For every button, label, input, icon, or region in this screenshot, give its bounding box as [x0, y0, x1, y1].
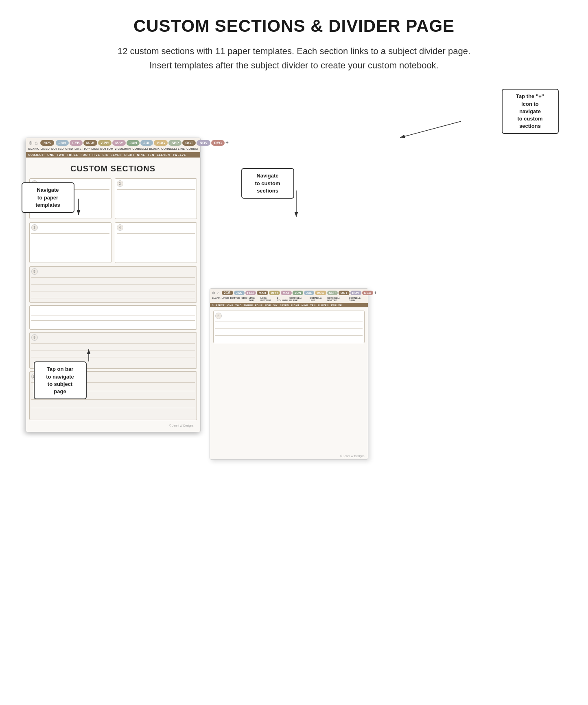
- paper-dotted[interactable]: DOTTED: [51, 147, 64, 150]
- subject-eleven-r[interactable]: ELEVEN: [318, 304, 329, 307]
- plus-icon[interactable]: +: [225, 140, 229, 146]
- tab-sep-right[interactable]: SEP: [327, 291, 338, 295]
- tab-jun-right[interactable]: JUN: [293, 291, 303, 295]
- subject-three[interactable]: THREE: [67, 153, 78, 156]
- section-num-5: 5: [31, 268, 38, 275]
- subject-one-r[interactable]: ONE: [227, 304, 234, 307]
- paper-grid[interactable]: GRID: [66, 147, 73, 150]
- subject-six-r[interactable]: SIX: [273, 304, 278, 307]
- paper-lined[interactable]: LINED: [41, 147, 50, 150]
- tab-may[interactable]: MAY: [112, 140, 126, 146]
- svg-line-2: [400, 121, 461, 138]
- paper-cornell-line[interactable]: CORNELL: LINE: [161, 147, 185, 150]
- year-tab-right[interactable]: 2025: [222, 291, 233, 295]
- paper-cornell-dotted-r[interactable]: CORNELL: DOTTED: [327, 297, 348, 302]
- subject-five-r[interactable]: FIVE: [265, 304, 271, 307]
- subject-eight[interactable]: EIGHT: [124, 153, 134, 156]
- paper-grid-r[interactable]: GRID: [241, 297, 247, 302]
- paper-dotted-r[interactable]: DOTTED: [230, 297, 240, 302]
- paper-2col[interactable]: 2 COLUMN: [115, 147, 131, 150]
- close-icon[interactable]: ⊗: [28, 140, 33, 146]
- tab-feb-right[interactable]: FEB: [245, 291, 256, 295]
- tab-aug-right[interactable]: AUG: [315, 291, 326, 295]
- subject-six[interactable]: SIX: [103, 153, 108, 156]
- tab-dec-right[interactable]: DEC: [362, 291, 373, 295]
- tab-nov-right[interactable]: NOV: [350, 291, 361, 295]
- tab-apr[interactable]: APR: [98, 140, 111, 146]
- subtitle: 12 custom sections with 11 paper templat…: [118, 44, 470, 72]
- paper-cornell-grid-r[interactable]: CORNELL: GRID: [349, 297, 366, 302]
- subject-eight-r[interactable]: EIGHT: [291, 304, 299, 307]
- subject-eleven[interactable]: ELEVEN: [157, 153, 170, 156]
- subject-twelve[interactable]: TWELVE: [173, 153, 186, 156]
- tab-mar-right[interactable]: MAR: [257, 291, 268, 295]
- tab-jan[interactable]: JAN: [56, 140, 69, 146]
- subject-two-r[interactable]: TWO: [235, 304, 242, 307]
- tab-jan-right[interactable]: JAN: [234, 291, 245, 295]
- tab-jul[interactable]: JUL: [140, 140, 153, 146]
- paper-blank[interactable]: BLANK: [28, 147, 39, 150]
- paper-line-bottom[interactable]: LINE: BOTTOM: [91, 147, 113, 150]
- paper-type-bar-left: BLANK LINED DOTTED GRID LINE: TOP LINE: …: [28, 147, 198, 150]
- subject-four-r[interactable]: FOUR: [255, 304, 263, 307]
- section-grid-3-4: 3 4: [29, 222, 197, 263]
- subject-ten[interactable]: TEN: [148, 153, 154, 156]
- section-box-5: 5: [29, 266, 197, 303]
- tab-dec[interactable]: DEC: [211, 140, 225, 146]
- subject-nine-r[interactable]: NINE: [302, 304, 308, 307]
- subject-label[interactable]: SUBJECT:: [28, 153, 45, 156]
- subject-four[interactable]: FOUR: [81, 153, 90, 156]
- paper-line-top-r[interactable]: LINE: TOP: [249, 297, 259, 302]
- tab-mar[interactable]: MAR: [83, 140, 98, 146]
- copyright-left: © Jenni W Designs: [29, 423, 197, 429]
- callout-navigate-paper: Navigate to paper templates: [22, 182, 74, 213]
- subject-nine[interactable]: NINE: [137, 153, 145, 156]
- paper-type-bar-right: BLANK LINED DOTTED GRID LINE: TOP LINE: …: [212, 297, 366, 302]
- tab-nov[interactable]: NOV: [197, 140, 210, 146]
- paper-line-bottom-r[interactable]: LINE: BOTTOM: [260, 297, 276, 302]
- year-tab[interactable]: 2025: [40, 140, 54, 146]
- plus-icon-right[interactable]: +: [374, 290, 377, 296]
- close-icon-right[interactable]: ⊗: [212, 291, 215, 295]
- subject-ten-r[interactable]: TEN: [310, 304, 316, 307]
- paper-lined-r[interactable]: LINED: [222, 297, 229, 302]
- subject-seven-r[interactable]: SEVEN: [280, 304, 289, 307]
- tab-jul-right[interactable]: JUL: [304, 291, 314, 295]
- subject-three-r[interactable]: THREE: [244, 304, 253, 307]
- paper-blank-r[interactable]: BLANK: [212, 297, 221, 302]
- month-tabs-left: ⊗ ⌂ 2025 JAN FEB MAR APR MAY JUN JUL AUG…: [28, 140, 198, 146]
- tab-apr-right[interactable]: APR: [269, 291, 280, 295]
- right-page-body: 2: [210, 311, 368, 453]
- home-icon[interactable]: ⌂: [35, 140, 38, 146]
- subject-label-r[interactable]: SUBJECT:: [212, 304, 225, 307]
- subject-seven[interactable]: SEVEN: [111, 153, 122, 156]
- tab-feb[interactable]: FEB: [70, 140, 83, 146]
- paper-line-top[interactable]: LINE: TOP: [74, 147, 90, 150]
- callout-plus-icon: Tap the "+" icon to navigate to custom s…: [502, 89, 559, 134]
- tab-may-right[interactable]: MAY: [281, 291, 292, 295]
- small-section-box-2: 2: [213, 311, 365, 343]
- section-num-9: 9: [31, 334, 38, 341]
- section-box-3: 3: [29, 222, 111, 263]
- copyright-right: © Jenni W Designs: [210, 453, 368, 459]
- subject-five[interactable]: FIVE: [92, 153, 100, 156]
- subject-bar-left: SUBJECT: ONE TWO THREE FOUR FIVE SIX SEV…: [26, 152, 200, 158]
- paper-cornell-line-r[interactable]: CORNELL: LINE: [310, 297, 326, 302]
- paper-2col-r[interactable]: 2 COLUMN: [277, 297, 288, 302]
- notebook-right-page: ⊗ ⌂ 2025 JAN FEB MAR APR MAY JUN JUL AUG…: [210, 288, 368, 460]
- paper-cornell-blank-r[interactable]: CORNELL: BLANK: [289, 297, 308, 302]
- month-tabs-right: ⊗ ⌂ 2025 JAN FEB MAR APR MAY JUN JUL AUG…: [212, 290, 366, 296]
- tab-aug[interactable]: AUG: [154, 140, 168, 146]
- subject-one[interactable]: ONE: [47, 153, 55, 156]
- paper-cornell-dotted[interactable]: CORNELL: DOTTED: [186, 147, 197, 150]
- tab-oct-right[interactable]: OCT: [339, 291, 350, 295]
- tab-oct[interactable]: OCT: [182, 140, 196, 146]
- subject-twelve-r[interactable]: TWELVE: [331, 304, 342, 307]
- tab-sep[interactable]: SEP: [168, 140, 181, 146]
- home-icon-right[interactable]: ⌂: [217, 291, 220, 295]
- tab-jun[interactable]: JUN: [127, 140, 140, 146]
- subject-two[interactable]: TWO: [57, 153, 65, 156]
- custom-sections-heading: CUSTOM SECTIONS: [29, 164, 197, 173]
- callout-tap-bar: Tap on bar to navigate to subject page: [34, 361, 87, 399]
- paper-cornell-blank[interactable]: CORNELL: BLANK: [132, 147, 160, 150]
